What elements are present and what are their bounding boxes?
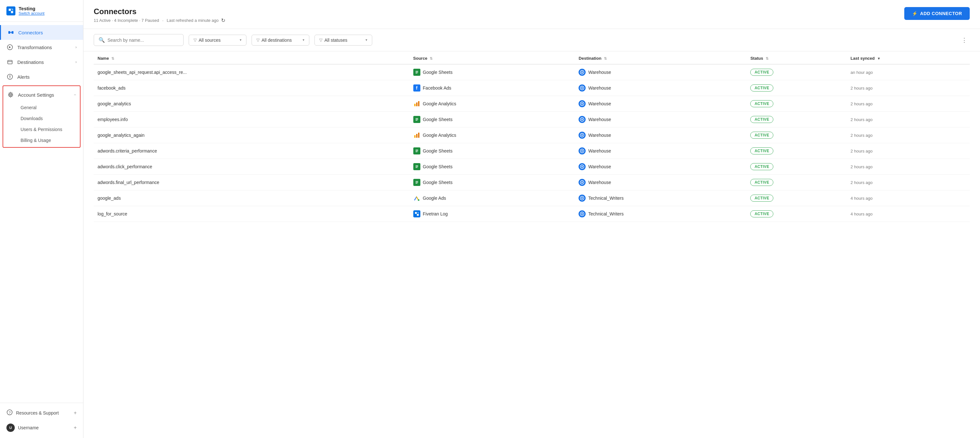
table-header-row: Name ⇅ Source ⇅ Destination ⇅ Status ⇅ (94, 51, 970, 64)
sidebar-item-label-transformations: Transformations (18, 45, 72, 50)
switch-account-link[interactable]: Switch account (19, 11, 45, 16)
sources-filter-dropdown[interactable]: ▽ All sources ▾ (189, 35, 247, 46)
resources-icon: ? (6, 409, 13, 416)
warehouse-icon (579, 163, 585, 170)
connector-name-cell: facebook_ads (94, 80, 409, 96)
connectors-table-container: Name ⇅ Source ⇅ Destination ⇅ Status ⇅ (83, 51, 980, 438)
svg-rect-30 (415, 120, 417, 121)
column-header-last-synced[interactable]: Last synced ▼ (847, 51, 970, 64)
add-connector-button[interactable]: ⚡ ADD CONNECTOR (904, 7, 970, 20)
sidebar-item-resources[interactable]: ? Resources & Support + (0, 406, 83, 420)
source-cell: Fivetran Log (409, 206, 575, 222)
alerts-icon (6, 73, 13, 80)
transformations-icon (6, 44, 13, 51)
warehouse-icon (579, 210, 585, 217)
more-options-icon[interactable]: ⋮ (959, 35, 970, 45)
last-synced-cell: an hour ago (847, 64, 970, 80)
source-label: Google Ads (423, 196, 446, 201)
destination-label: Warehouse (588, 101, 611, 106)
svg-point-32 (581, 118, 583, 120)
sidebar-item-transformations[interactable]: Transformations › (0, 40, 83, 54)
svg-point-55 (581, 182, 583, 183)
source-cell: f Facebook Ads (409, 80, 575, 96)
svg-rect-17 (415, 73, 417, 73)
column-header-destination[interactable]: Destination ⇅ (575, 51, 746, 64)
sidebar-subitem-downloads[interactable]: Downloads (3, 113, 80, 124)
name-sort-icon: ⇅ (111, 57, 114, 61)
sidebar-item-resources-label: Resources & Support (16, 410, 59, 416)
source-label: Google Sheets (423, 70, 453, 75)
destination-label: Warehouse (588, 164, 611, 169)
connector-name: google_analytics (97, 101, 131, 106)
destinations-filter-dropdown[interactable]: ▽ All destinations ▾ (251, 35, 309, 46)
table-row[interactable]: facebook_ads f Facebook Ads Warehouse AC… (94, 80, 970, 96)
svg-rect-35 (418, 133, 419, 138)
status-cell: ACTIVE (746, 96, 846, 112)
table-row[interactable]: log_for_source Fivetran Log Technical_Wr… (94, 206, 970, 222)
sources-chevron-icon: ▾ (240, 38, 242, 42)
source-label: Facebook Ads (423, 85, 452, 91)
connector-name: google_ads (97, 196, 121, 201)
status-badge: ACTIVE (750, 179, 773, 186)
last-synced-value: 4 hours ago (851, 212, 873, 217)
page-subtitle: 11 Active · 4 Incomplete · 7 Paused · La… (94, 18, 225, 24)
sidebar-item-label-account-settings: Account Settings (18, 92, 70, 98)
search-input[interactable] (108, 38, 179, 43)
source-label: Google Sheets (423, 164, 453, 169)
sidebar-subitem-billing[interactable]: Billing & Usage (3, 135, 80, 146)
statuses-filter-dropdown[interactable]: ▽ All statuses ▾ (315, 35, 372, 46)
status-cell: ACTIVE (746, 64, 846, 80)
svg-rect-33 (414, 135, 415, 138)
source-cell: Google Sheets (409, 143, 575, 159)
search-box[interactable]: 🔍 (94, 34, 183, 46)
svg-point-21 (581, 87, 583, 89)
table-row[interactable]: adwords.click_performance Google Sheets … (94, 159, 970, 175)
column-header-status[interactable]: Status ⇅ (746, 51, 846, 64)
refresh-icon[interactable]: ↻ (221, 18, 225, 24)
column-header-source[interactable]: Source ⇅ (409, 51, 575, 64)
sidebar-bottom: ? Resources & Support + U Username + (0, 403, 83, 438)
table-row[interactable]: google_analytics_again Google Analytics … (94, 127, 970, 143)
last-synced-cell: 2 hours ago (847, 80, 970, 96)
connector-name-cell: google_sheets_api_request.api_access_re.… (94, 64, 409, 80)
destination-cell: Warehouse (575, 96, 746, 112)
facebook-icon: f (413, 84, 420, 91)
sidebar-subitem-general[interactable]: General (3, 102, 80, 113)
table-row[interactable]: employees.info Google Sheets Warehouse (94, 112, 970, 127)
svg-rect-23 (416, 102, 417, 106)
column-header-name[interactable]: Name ⇅ (94, 51, 409, 64)
sidebar-item-destinations[interactable]: Destinations › (0, 54, 83, 69)
svg-point-58 (581, 197, 583, 199)
sidebar-item-connectors[interactable]: Connectors (0, 25, 83, 40)
status-cell: ACTIVE (746, 206, 846, 222)
google-sheets-icon (413, 179, 420, 186)
source-label: Google Analytics (423, 101, 456, 106)
connectors-table: Name ⇅ Source ⇅ Destination ⇅ Status ⇅ (94, 51, 970, 222)
last-synced-value: an hour ago (851, 70, 873, 75)
svg-point-11 (10, 94, 11, 96)
sidebar-item-account-settings[interactable]: Account Settings − (3, 88, 80, 102)
sidebar: Testing Switch account Connectors (0, 0, 83, 438)
resources-plus-icon: + (74, 410, 77, 416)
sidebar-subitem-users-permissions[interactable]: Users & Permissions (3, 124, 80, 135)
table-row[interactable]: adwords.final_url_performance Google She… (94, 175, 970, 190)
table-row[interactable]: google_sheets_api_request.api_access_re.… (94, 64, 970, 80)
table-row[interactable]: adwords.criteria_performance Google Shee… (94, 143, 970, 159)
connector-name: log_for_source (97, 211, 127, 217)
destination-label: Technical_Writers (588, 211, 624, 217)
sidebar-item-alerts[interactable]: Alerts (0, 69, 83, 84)
sidebar-item-user[interactable]: U Username + (0, 420, 83, 435)
destinations-icon (6, 59, 13, 65)
last-synced-cell: 2 hours ago (847, 127, 970, 143)
sidebar-item-username-label: Username (18, 425, 39, 430)
search-icon: 🔍 (99, 37, 105, 43)
table-row[interactable]: google_analytics Google Analytics Wareho… (94, 96, 970, 112)
status-badge: ACTIVE (750, 69, 773, 76)
last-synced-value: 2 hours ago (851, 164, 873, 169)
table-row[interactable]: google_ads Google Ads Technical_Writers (94, 190, 970, 206)
last-synced-value: 2 hours ago (851, 102, 873, 106)
account-name: Testing (19, 6, 45, 11)
header-left: Connectors 11 Active · 4 Incomplete · 7 … (94, 7, 225, 24)
connectors-icon (7, 29, 14, 36)
last-synced-sort-icon: ▼ (877, 57, 881, 61)
